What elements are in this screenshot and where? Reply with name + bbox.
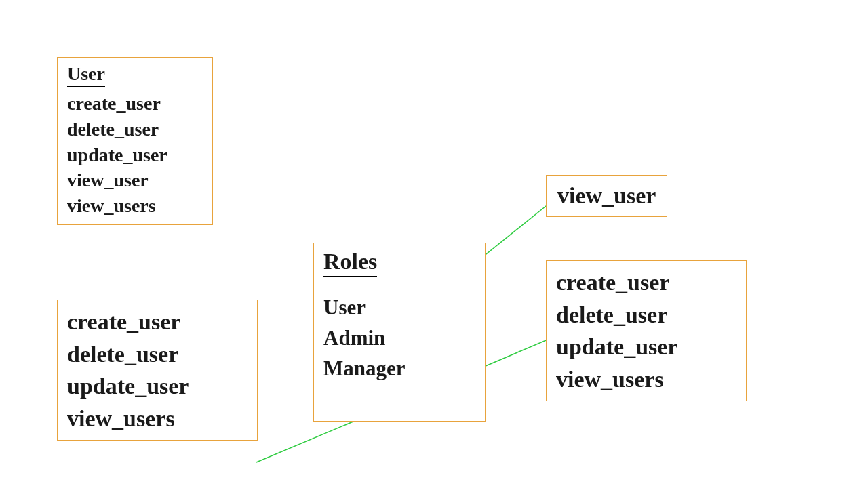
role-item-user: User [323,293,475,323]
admin-perm-item: update_user [556,331,736,363]
manager-perm-item: delete_user [67,338,248,371]
user-permissions-box: User create_user delete_user update_user… [57,57,213,225]
manager-permissions-box: create_user delete_user update_user view… [57,300,258,441]
view-user-perm-box: view_user [546,175,667,217]
admin-perm-item: create_user [556,266,736,299]
user-perm-item: delete_user [67,117,203,142]
admin-permissions-box: create_user delete_user update_user view… [546,260,747,401]
manager-perm-item: create_user [67,306,248,338]
role-item-admin: Admin [323,323,475,354]
roles-box: Roles User Admin Manager [313,243,486,422]
user-perm-item: update_user [67,142,203,168]
user-perm-item: view_users [67,193,203,219]
admin-perm-item: view_users [556,363,736,396]
manager-perm-item: view_users [67,403,248,435]
admin-perm-item: delete_user [556,299,736,331]
role-item-manager: Manager [323,354,475,384]
manager-perm-item: update_user [67,370,248,403]
user-perm-item: view_user [67,167,203,193]
view-user-perm-item: view_user [557,180,656,212]
connector-admin-to-adminperms [486,339,549,366]
user-perm-item: create_user [67,91,203,117]
roles-box-title: Roles [323,249,377,277]
user-box-title: User [67,63,105,87]
